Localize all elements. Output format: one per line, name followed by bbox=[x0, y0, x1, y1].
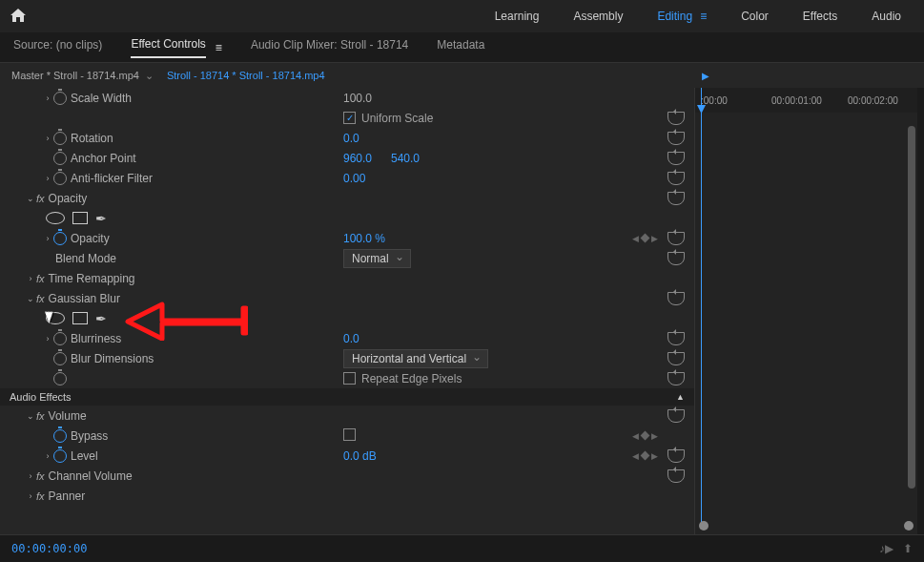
stopwatch-icon[interactable] bbox=[53, 92, 67, 105]
twirl-icon[interactable]: ⌄ bbox=[25, 411, 36, 421]
twirl-icon[interactable]: ⌄ bbox=[25, 294, 36, 303]
blend-mode-dropdown[interactable]: Normal bbox=[343, 249, 411, 268]
reset-button[interactable] bbox=[667, 152, 685, 165]
reset-button[interactable] bbox=[667, 352, 685, 365]
twirl-icon[interactable]: › bbox=[42, 451, 53, 461]
anchor-point-label: Anchor Point bbox=[71, 152, 136, 165]
reset-button[interactable] bbox=[667, 112, 685, 125]
twirl-icon[interactable]: › bbox=[42, 174, 53, 183]
reset-button[interactable] bbox=[667, 232, 685, 245]
antiflicker-value[interactable]: 0.00 bbox=[343, 172, 365, 185]
status-bar: 00:00:00:00 ♪▶ ⬆ bbox=[0, 534, 924, 561]
home-icon[interactable] bbox=[10, 8, 27, 26]
tab-source[interactable]: Source: (no clips) bbox=[13, 38, 102, 57]
playhead[interactable] bbox=[701, 88, 702, 527]
keyframe-nav[interactable]: ◀ ▶ bbox=[632, 451, 658, 461]
antiflicker-label: Anti-flicker Filter bbox=[71, 172, 153, 185]
reset-button[interactable] bbox=[667, 292, 685, 305]
tab-metadata[interactable]: Metadata bbox=[437, 38, 484, 57]
fx-badge-icon[interactable]: fx bbox=[36, 273, 45, 284]
chevron-down-icon[interactable]: ⌄ bbox=[145, 70, 154, 82]
vertical-scrollbar[interactable] bbox=[908, 126, 915, 489]
stopwatch-icon[interactable] bbox=[53, 332, 67, 345]
stopwatch-icon[interactable] bbox=[53, 232, 67, 245]
reset-button[interactable] bbox=[667, 372, 685, 385]
reset-button[interactable] bbox=[667, 469, 685, 483]
reset-button[interactable] bbox=[667, 332, 685, 345]
playhead-go-icon[interactable]: ▶ bbox=[702, 71, 709, 81]
bypass-checkbox[interactable] bbox=[343, 428, 356, 441]
reset-button[interactable] bbox=[667, 409, 685, 423]
blurriness-value[interactable]: 0.0 bbox=[343, 332, 359, 345]
stopwatch-icon[interactable] bbox=[53, 449, 67, 463]
repeat-edge-checkbox[interactable] bbox=[343, 372, 356, 385]
antiflicker-row: › Anti-flicker Filter 0.00 bbox=[0, 168, 694, 188]
zoom-handle-right[interactable] bbox=[904, 521, 914, 531]
workspace-effects[interactable]: Effects bbox=[799, 2, 841, 31]
time-ruler[interactable]: :00:00 00:00:01:00 00:00:02:00 bbox=[695, 88, 917, 113]
twirl-icon[interactable]: › bbox=[25, 274, 36, 283]
master-clip-label[interactable]: Master * Stroll - 18714.mp4 bbox=[11, 70, 139, 81]
anchor-point-row: › Anchor Point 960.0 540.0 bbox=[0, 148, 694, 168]
current-timecode[interactable]: 00:00:00:00 bbox=[11, 542, 87, 555]
pen-mask-icon[interactable]: ✒ bbox=[95, 211, 107, 226]
workspace-color[interactable]: Color bbox=[737, 2, 772, 31]
keyframe-nav[interactable]: ◀ ▶ bbox=[632, 234, 658, 243]
level-row: › Level 0.0 dB ◀ ▶ bbox=[0, 446, 694, 466]
ruler-tick-0: :00:00 bbox=[701, 95, 728, 106]
opacity-section-label: Opacity bbox=[49, 192, 88, 205]
twirl-icon[interactable]: › bbox=[42, 94, 53, 103]
stopwatch-icon[interactable] bbox=[53, 352, 67, 365]
rectangle-mask-icon[interactable] bbox=[72, 212, 88, 224]
reset-button[interactable] bbox=[667, 252, 685, 265]
pen-mask-icon[interactable]: ✒ bbox=[95, 311, 107, 326]
tab-audio-mixer[interactable]: Audio Clip Mixer: Stroll - 18714 bbox=[251, 38, 408, 57]
toggle-track-icon[interactable]: ♪▶ bbox=[879, 542, 893, 555]
stopwatch-icon[interactable] bbox=[53, 152, 67, 165]
fx-badge-icon[interactable]: fx bbox=[36, 410, 45, 422]
uniform-scale-row: Uniform Scale bbox=[0, 108, 694, 128]
fx-badge-icon[interactable]: fx bbox=[36, 193, 45, 204]
keyframe-nav[interactable]: ◀ ▶ bbox=[632, 431, 658, 441]
anchor-x-value[interactable]: 960.0 bbox=[343, 152, 372, 165]
collapse-icon[interactable]: ▲ bbox=[676, 392, 685, 402]
twirl-icon[interactable]: ⌄ bbox=[25, 194, 36, 203]
uniform-scale-checkbox[interactable] bbox=[343, 112, 356, 124]
opacity-value[interactable]: 100.0 % bbox=[343, 232, 385, 245]
twirl-icon[interactable]: › bbox=[42, 234, 53, 243]
twirl-icon[interactable]: › bbox=[42, 134, 53, 143]
fx-badge-icon[interactable]: fx bbox=[36, 293, 45, 304]
stopwatch-icon[interactable] bbox=[53, 132, 67, 145]
panel-menu-icon[interactable]: ≡ bbox=[216, 41, 222, 54]
rectangle-mask-icon[interactable] bbox=[72, 312, 88, 324]
reset-button[interactable] bbox=[667, 192, 685, 205]
workspace-editing[interactable]: Editing bbox=[653, 2, 710, 31]
twirl-icon[interactable]: › bbox=[25, 491, 36, 501]
reset-button[interactable] bbox=[667, 132, 685, 145]
tab-effect-controls[interactable]: Effect Controls bbox=[131, 37, 205, 58]
export-icon[interactable]: ⬆ bbox=[903, 542, 913, 555]
scale-width-value[interactable]: 100.0 bbox=[343, 92, 372, 105]
sequence-clip-label[interactable]: Stroll - 18714 * Stroll - 18714.mp4 bbox=[167, 70, 325, 81]
opacity-section: ⌄ fx Opacity bbox=[0, 188, 694, 208]
opacity-mask-tools: ✒ bbox=[0, 208, 694, 228]
rotation-value[interactable]: 0.0 bbox=[343, 132, 359, 145]
ellipse-mask-icon[interactable] bbox=[46, 212, 65, 224]
workspace-audio[interactable]: Audio bbox=[868, 2, 905, 31]
stopwatch-icon[interactable] bbox=[53, 429, 67, 443]
stopwatch-icon[interactable] bbox=[53, 172, 67, 185]
twirl-icon[interactable]: › bbox=[25, 471, 36, 481]
blur-dimensions-dropdown[interactable]: Horizontal and Vertical bbox=[343, 349, 488, 368]
level-value[interactable]: 0.0 dB bbox=[343, 449, 377, 463]
zoom-handle-left[interactable] bbox=[699, 521, 708, 531]
twirl-icon[interactable]: › bbox=[42, 334, 53, 343]
fx-badge-icon[interactable]: fx bbox=[36, 490, 45, 502]
reset-button[interactable] bbox=[667, 172, 685, 185]
fx-badge-icon[interactable]: fx bbox=[36, 470, 45, 482]
anchor-y-value[interactable]: 540.0 bbox=[391, 152, 420, 165]
stopwatch-icon[interactable] bbox=[53, 372, 67, 385]
volume-label: Volume bbox=[49, 409, 87, 423]
reset-button[interactable] bbox=[667, 449, 685, 463]
workspace-learning[interactable]: Learning bbox=[491, 2, 544, 31]
workspace-assembly[interactable]: Assembly bbox=[569, 2, 626, 31]
